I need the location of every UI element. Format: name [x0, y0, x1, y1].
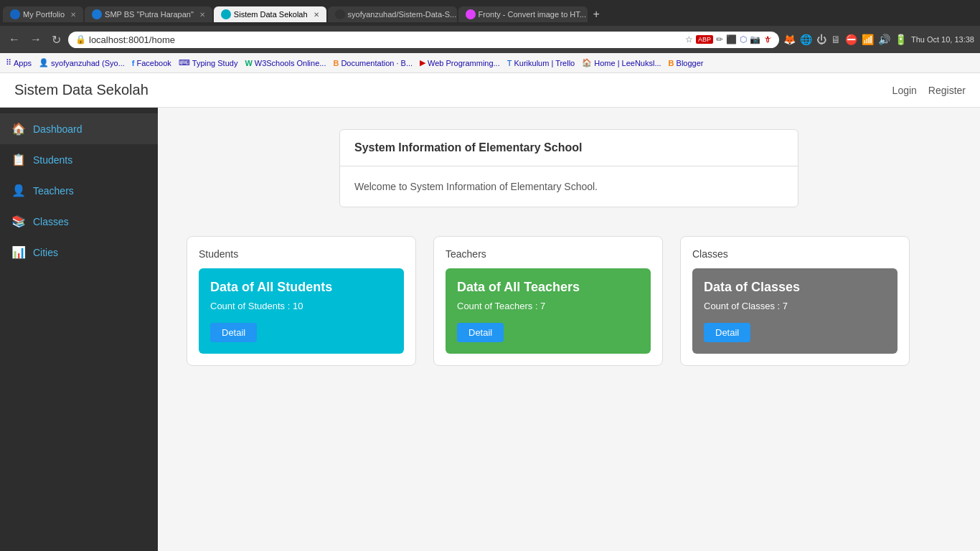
address-icons: ☆ ABP ✏ ⬛ ⬡ 📷 🗡 — [685, 34, 772, 44]
cities-icon: 📊 — [11, 245, 26, 259]
bookmark-label: syofyanzuhad (Syo... — [51, 59, 125, 67]
apps-icon: ⠿ — [6, 58, 11, 67]
bookmark-label: Kurikulum | Trello — [514, 59, 575, 67]
power-icon: ⏻ — [816, 34, 826, 45]
students-count-label: Count of Students : 10 — [210, 301, 392, 311]
tab-fronty[interactable]: Fronty - Convert image to HT... ✕ — [458, 6, 588, 22]
tab-favicon — [92, 9, 102, 19]
sidebar-item-teachers[interactable]: 👤 Teachers — [0, 175, 158, 206]
tab-smp[interactable]: SMP BS "Putra Harapan" ✕ — [85, 6, 212, 22]
bookmark-home[interactable]: 🏠 Home | LeeNuksl... — [582, 58, 661, 67]
tab-github[interactable]: syofyanzuhad/Sistem-Data-S... ✕ — [328, 6, 457, 22]
cards-row: Students Data of All Students Count of S… — [187, 236, 951, 366]
bookmark-label: Web Programming... — [428, 59, 500, 67]
address-bar[interactable]: 🔒 localhost:8001/home ☆ ABP ✏ ⬛ ⬡ 📷 🗡 — [68, 32, 779, 48]
sidebar-item-label: Students — [33, 154, 72, 166]
tab-favicon — [221, 9, 231, 19]
bookmark-apps[interactable]: ⠿ Apps — [6, 58, 32, 67]
classes-card-inner-title: Data of Classes — [704, 280, 886, 295]
teachers-detail-button[interactable]: Detail — [457, 323, 504, 342]
bookmark-label: Apps — [14, 59, 32, 67]
app-wrapper: Sistem Data Sekolah Login Register 🏠 Das… — [0, 73, 980, 551]
block-icon: ⛔ — [845, 34, 857, 45]
ext-icon3: ⬡ — [740, 34, 747, 44]
bookmark-youtube[interactable]: ▶ Web Programming... — [420, 58, 500, 67]
ext-icon2: ⬛ — [726, 34, 737, 44]
battery-icon: 🔋 — [895, 34, 907, 45]
sidebar-item-students[interactable]: 📋 Students — [0, 144, 158, 175]
sidebar-item-cities[interactable]: 📊 Cities — [0, 237, 158, 268]
bookmark-label: Blogger — [677, 59, 704, 67]
students-detail-button[interactable]: Detail — [210, 323, 257, 342]
tab-label: Sistem Data Sekolah — [234, 10, 308, 19]
nav-links: Login Register — [892, 85, 966, 96]
sidebar-item-label: Classes — [33, 216, 69, 227]
classes-icon: 📚 — [11, 215, 26, 228]
ext-icon1: ✏ — [716, 34, 723, 44]
info-card-body: Welcome to System Information of Element… — [340, 166, 798, 207]
sidebar-item-label: Cities — [33, 247, 58, 258]
wifi-icon: 📶 — [862, 34, 874, 45]
dashboard-icon: 🏠 — [11, 122, 26, 136]
tab-favicon — [335, 9, 345, 19]
tab-label: My Portfolio — [23, 10, 65, 19]
tab-close[interactable]: ✕ — [199, 11, 205, 19]
classes-card-title: Classes — [692, 248, 897, 260]
home-bm-icon: 🏠 — [582, 58, 592, 67]
bookmark-facebook[interactable]: f Facebook — [132, 59, 171, 67]
refresh-button[interactable]: ↻ — [49, 32, 64, 48]
students-data-card: Students Data of All Students Count of S… — [187, 236, 416, 366]
bookmark-label: Typing Study — [192, 59, 238, 67]
classes-data-card: Classes Data of Classes Count of Classes… — [680, 236, 910, 366]
new-tab-button[interactable]: + — [589, 6, 604, 22]
main-layout: 🏠 Dashboard 📋 Students 👤 Teachers 📚 Clas… — [0, 108, 980, 551]
browser-toolbar: ← → ↻ 🔒 localhost:8001/home ☆ ABP ✏ ⬛ ⬡ … — [0, 26, 980, 53]
bookmark-typing[interactable]: ⌨ Typing Study — [179, 58, 238, 67]
browser-chrome: My Portfolio ✕ SMP BS "Putra Harapan" ✕ … — [0, 0, 980, 73]
students-card-inner-title: Data of All Students — [210, 280, 392, 295]
sidebar-item-classes[interactable]: 📚 Classes — [0, 206, 158, 237]
tab-sistem-data[interactable]: Sistem Data Sekolah ✕ — [214, 6, 326, 22]
volume-icon: 🔊 — [878, 34, 890, 45]
classes-count-label: Count of Classes : 7 — [704, 301, 886, 311]
bookmark-label: Home | LeeNuksl... — [594, 59, 661, 67]
tab-close[interactable]: ✕ — [70, 11, 76, 19]
ext-icon5: 🗡 — [763, 34, 772, 44]
blogger-icon: B — [669, 59, 674, 67]
tab-favicon — [466, 9, 476, 19]
sidebar-item-dashboard[interactable]: 🏠 Dashboard — [0, 113, 158, 144]
info-card-header: System Information of Elementary School — [340, 130, 798, 166]
students-card-title: Students — [199, 248, 404, 260]
youtube-icon: ▶ — [420, 58, 425, 67]
typing-icon: ⌨ — [179, 58, 190, 67]
profile-icon: 👤 — [39, 58, 49, 67]
tab-close[interactable]: ✕ — [314, 11, 319, 19]
login-link[interactable]: Login — [892, 85, 917, 96]
students-card-inner: Data of All Students Count of Students :… — [199, 268, 404, 354]
sidebar-item-label: Teachers — [33, 185, 74, 197]
trello-icon: T — [507, 59, 512, 67]
sidebar-item-label: Dashboard — [33, 123, 83, 135]
datetime-label: Thu Oct 10, 13:38 — [911, 35, 974, 44]
top-nav: Sistem Data Sekolah Login Register — [0, 73, 980, 108]
abp-icon: ABP — [696, 35, 713, 44]
sidebar: 🏠 Dashboard 📋 Students 👤 Teachers 📚 Clas… — [0, 108, 158, 551]
main-content: System Information of Elementary School … — [158, 108, 980, 551]
tab-my-portfolio[interactable]: My Portfolio ✕ — [3, 6, 83, 22]
register-link[interactable]: Register — [928, 85, 966, 96]
star-icon[interactable]: ☆ — [685, 34, 693, 44]
teachers-card-inner-title: Data of All Teachers — [457, 280, 639, 295]
back-button[interactable]: ← — [6, 32, 23, 47]
bookmark-syofyan[interactable]: 👤 syofyanzuhad (Syo... — [39, 58, 125, 67]
tab-favicon — [10, 9, 20, 19]
bookmark-label: Documentation · B... — [341, 59, 413, 67]
bookmark-blogger[interactable]: B Blogger — [669, 59, 704, 67]
chrome-icon: 🌐 — [800, 34, 812, 45]
classes-card-inner: Data of Classes Count of Classes : 7 Det… — [692, 268, 897, 354]
monitor-icon: 🖥 — [831, 34, 841, 45]
bookmark-docs[interactable]: B Documentation · B... — [333, 59, 413, 67]
classes-detail-button[interactable]: Detail — [704, 323, 750, 342]
forward-button[interactable]: → — [27, 32, 44, 47]
bookmark-trello[interactable]: T Kurikulum | Trello — [507, 59, 575, 67]
bookmark-w3schools[interactable]: W W3Schools Online... — [245, 59, 326, 67]
